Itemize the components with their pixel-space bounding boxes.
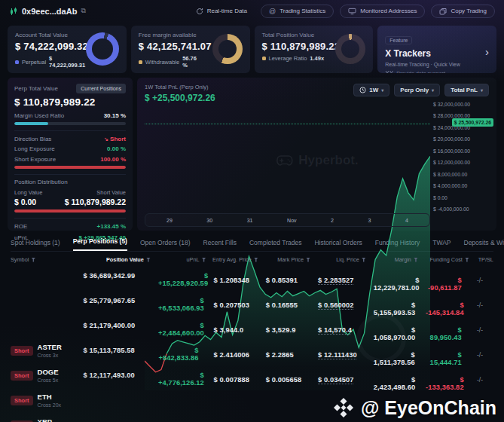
position-row-aster[interactable]: ShortASTERCross 3x$ 36,689,342.99-42,866…: [8, 268, 496, 292]
clock-icon: [359, 87, 366, 93]
copy-trading-icon: [439, 8, 447, 15]
feature-subtitle: Real-time Tracking · Quick View: [385, 62, 489, 67]
perp-total-value: $ 110,879,989.22: [14, 96, 126, 108]
x-axis-tick: Nov: [287, 218, 296, 223]
monitored-addresses-button[interactable]: Monitored Addresses: [340, 5, 425, 18]
top-bar: 0x9eec...daAb ⧉ Real-time Data @ Trading…: [0, 0, 504, 22]
feature-card[interactable]: Feature X Trackers › Real-time Tracking …: [377, 26, 496, 73]
positions-table: SymbolPosition ValueuPnLEntry Avg. Price…: [8, 252, 496, 392]
tab-perp-positions-5[interactable]: Perp Positions (5): [73, 237, 127, 251]
copy-address-icon[interactable]: ⧉: [81, 7, 85, 15]
col-header-liq-price[interactable]: Liq. Price: [310, 256, 366, 263]
symbol-cell: ShortDOGECross 5x: [11, 368, 76, 383]
positions-table-body: ShortASTERCross 3x$ 36,689,342.99-42,866…: [8, 268, 496, 392]
divider: [14, 174, 126, 175]
distribution-bar: [14, 209, 126, 213]
withdrawable-dot: [139, 60, 142, 64]
direction-bias-value: Short: [110, 136, 126, 142]
position-distribution-label: Position Distribution: [14, 179, 68, 185]
position-value-cell: $ 12,117,493.00-2,141,656,593 kPEPE: [76, 367, 151, 422]
position-row-eth[interactable]: ShortETHCross 20x$ 21,179,400.00-6,000.0…: [8, 317, 496, 342]
upnl-cell: $ +4,776,126.12+197.08 %: [151, 367, 206, 422]
trading-statistics-button[interactable]: @ Trading Statistics: [261, 5, 334, 18]
col-header-entry-avg-price[interactable]: Entry Avg. Price: [206, 256, 258, 263]
tab-spot-holdings-1[interactable]: Spot Holdings (1): [11, 239, 60, 251]
feature-eyebrow: Feature: [385, 36, 412, 44]
col-header-tp-sl[interactable]: TP/SL: [469, 256, 493, 263]
chart-x-axis: 293031Nov234: [145, 213, 430, 227]
account-total-value-card: Account Total Value $ 74,222,099.32 Perp…: [8, 26, 127, 73]
metric-dropdown[interactable]: Total PnL ▾: [444, 84, 489, 96]
perpetual-dot: [15, 60, 19, 64]
copy-trading-button[interactable]: Copy Trading: [431, 5, 495, 18]
long-exposure-label: Long Exposure: [14, 145, 55, 152]
roe-value: +133.45 %: [97, 223, 126, 230]
short-value-label: Short Value: [65, 189, 126, 196]
position-row-xrp[interactable]: ShortXRPCross 10x$ 15,113,785.58-6,610,0…: [8, 342, 496, 367]
trend-down-icon: ↘: [104, 136, 108, 142]
account-donut-chart: [86, 32, 119, 66]
chevron-right-icon[interactable]: ›: [485, 48, 489, 56]
feature-footer: Provide data support: [396, 71, 445, 74]
summary-cards: Account Total Value $ 74,222,099.32 Perp…: [8, 26, 496, 73]
timeframe-dropdown[interactable]: 1W ▾: [353, 84, 389, 96]
tab-twap[interactable]: TWAP: [432, 239, 451, 251]
mark-price-cell: $ 0.005658: [258, 372, 310, 422]
y-axis-tick: $ 32,000,000.00: [433, 102, 493, 108]
col-header-symbol[interactable]: Symbol: [11, 256, 76, 263]
eyeonchain-watermark: @ EyeOnChain: [332, 396, 496, 419]
col-header-mark-price[interactable]: Mark Price: [258, 256, 310, 263]
col-header-margin[interactable]: Margin: [366, 256, 418, 263]
wallet-address[interactable]: 0x9eec...daAb ⧉: [9, 7, 86, 16]
symbol-cell: ShortXRPCross 10x: [11, 417, 76, 422]
short-exposure-fill: [14, 166, 126, 169]
roe-label: ROE: [14, 223, 27, 230]
chevron-down-icon: ▾: [381, 87, 383, 93]
tab-deposits-withdr[interactable]: Deposits & Withdr▾: [464, 239, 504, 251]
perp-total-value-label: Perp Total Value: [14, 85, 58, 92]
leverage-dot: [262, 57, 266, 60]
chart-title: 1W Total PnL (Perp Only): [145, 84, 215, 90]
short-exposure-bar: [14, 166, 126, 169]
pnl-area-chart[interactable]: [145, 105, 430, 209]
candles-icon: [9, 7, 18, 16]
entry-price-cell: $ 0.007888: [206, 372, 258, 422]
position-donut-chart: [335, 34, 365, 64]
symbol-cell: ShortETHCross 20x: [11, 393, 76, 408]
realtime-data-button[interactable]: Real-time Data: [188, 5, 255, 17]
position-row-doge[interactable]: ShortDOGECross 5x$ 25,779,967.65-155,723…: [8, 292, 496, 317]
monitor-icon: [348, 8, 356, 15]
long-exposure-value: 0.00 %: [107, 145, 126, 152]
x-axis-tick: 2: [331, 218, 334, 223]
side-badge: Short: [11, 396, 33, 405]
y-axis-tick: $ 20,000,000.00: [433, 136, 493, 142]
y-axis-tick: $ 28,000,000.00: [433, 113, 493, 119]
withdrawable-value: 56.76 %: [182, 55, 200, 69]
current-positions-button[interactable]: Current Positions: [76, 84, 126, 93]
mode-dropdown[interactable]: Perp Only ▾: [394, 84, 440, 96]
table-header-row: SymbolPosition ValueuPnLEntry Avg. Price…: [8, 252, 496, 268]
wallet-address-text: 0x9eec...daAb: [22, 7, 77, 16]
leverage-label: Leverage Ratio: [269, 55, 307, 62]
pnl-chart-panel: 1W Total PnL (Perp Only) $ +25,500,972.2…: [137, 78, 496, 231]
perpetual-label[interactable]: Perpetual: [22, 59, 46, 66]
col-header-position-value[interactable]: Position Value: [76, 256, 151, 263]
margin-used-value: 30.15 %: [104, 112, 126, 119]
y-axis-tick: $ 24,000,000.00: [433, 125, 493, 131]
distribution-short-fill: [14, 209, 126, 213]
perpetual-value: $ 74,222,099.31: [49, 55, 85, 69]
chevron-down-icon: ▾: [432, 87, 434, 93]
filter-icon[interactable]: [31, 258, 35, 262]
copy-trading-label: Copy Trading: [451, 8, 487, 14]
position-row-kpepe[interactable]: ShortkPEPECross 5x$ 12,117,493.00-2,141,…: [8, 367, 496, 392]
free-margin-card: Free margin available $ 42,125,741.07 Wi…: [131, 26, 250, 73]
x-axis-tick: 31: [247, 218, 253, 223]
divider: [14, 130, 126, 131]
col-header-upnl[interactable]: uPnL: [151, 256, 206, 263]
direction-bias-label: Direction Bias: [14, 136, 51, 142]
free-margin-donut-chart: [212, 34, 243, 64]
total-position-value-card: Total Position Value $ 110,879,989.22 Le…: [255, 26, 374, 73]
col-header-funding-cost[interactable]: Funding Cost: [418, 256, 469, 263]
spot-label[interactable]: Spot ›: [22, 72, 37, 73]
y-axis-tick: $ 8,000,000.00: [433, 172, 493, 178]
